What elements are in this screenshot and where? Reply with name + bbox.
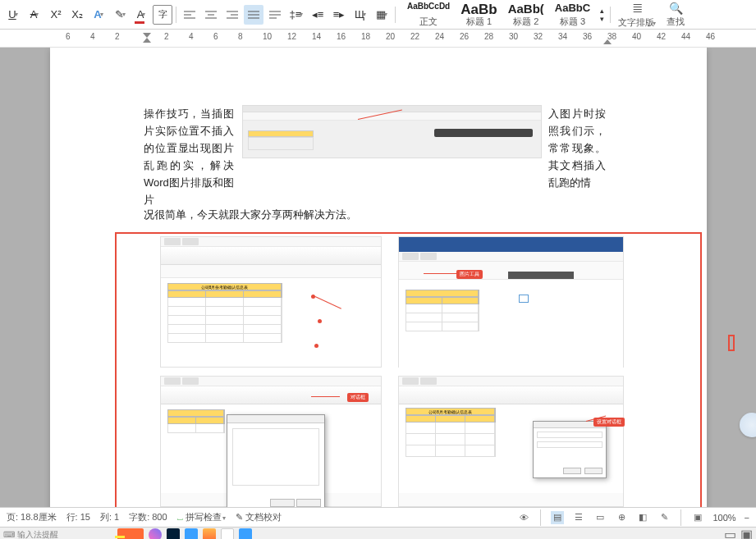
- view-outline-icon[interactable]: ☰: [572, 511, 585, 524]
- ruler-tick: 8: [238, 32, 243, 41]
- svg-marker-15: [143, 33, 151, 38]
- style-h1[interactable]: AaBb标题 1: [456, 2, 502, 28]
- taskbar-app-6[interactable]: [221, 528, 234, 540]
- indent-dec-icon: ◂≡: [312, 8, 324, 21]
- border-button[interactable]: ▦▾: [372, 5, 392, 25]
- strikethrough-button[interactable]: A▾: [25, 5, 44, 25]
- styles-gallery: AaBbCcDd正文 AaBb标题 1 AaBb(标题 2 AaBbC标题 3 …: [402, 0, 690, 29]
- body-text-right[interactable]: 入图片时按照我们示，常常现象。其文档插入乱跑的情: [548, 105, 606, 191]
- screenshot-thumb-3[interactable]: 对话框: [160, 376, 382, 507]
- view-print-icon[interactable]: ◧: [636, 511, 649, 524]
- screenshot-thumb-1[interactable]: 公司8月份考勤确认信息表: [160, 236, 382, 368]
- ruler-indent-marker[interactable]: [143, 30, 151, 38]
- status-words[interactable]: 字数: 800: [129, 511, 167, 523]
- ruler-tick: 4: [90, 32, 95, 41]
- ruler-tick: 44: [681, 32, 690, 41]
- status-col: 列: 1: [100, 511, 119, 523]
- status-bar: 页: 18.8厘米 行: 15 列: 1 字数: 800 ⎵ 拼写检查 ▾ ✎ …: [0, 507, 756, 527]
- taskbar-app-3[interactable]: [167, 528, 180, 540]
- align-justify-button[interactable]: [244, 5, 263, 25]
- taskbar-app-4[interactable]: [185, 528, 198, 540]
- taskbar-app-7[interactable]: [239, 528, 252, 540]
- indent-inc-icon: ≡▸: [333, 8, 346, 21]
- indent-decrease-button[interactable]: ◂≡: [308, 5, 328, 25]
- text-layout-button[interactable]: ≣文字排版▾: [613, 0, 661, 29]
- zoom-fit-icon[interactable]: ▣: [691, 511, 704, 524]
- ruler-tick: 12: [287, 32, 296, 41]
- superscript-button[interactable]: X²: [46, 5, 66, 25]
- font-effect-button[interactable]: A▾: [89, 5, 108, 25]
- underline-button[interactable]: U▾: [3, 5, 23, 25]
- tray-icon-2[interactable]: ▣: [740, 528, 753, 540]
- screenshot-thumb-2[interactable]: 图片工具: [398, 236, 624, 368]
- ruler-tick: 28: [484, 32, 493, 41]
- style-h2[interactable]: AaBb(标题 2: [503, 2, 549, 28]
- find-icon: 🔍: [669, 2, 683, 15]
- view-web-icon[interactable]: ⊕: [615, 511, 628, 524]
- ruler-tick: 6: [66, 32, 71, 41]
- ruler-tick: 22: [410, 32, 419, 41]
- align-center-button[interactable]: [201, 5, 221, 25]
- char-border-button[interactable]: 字: [153, 5, 172, 25]
- embedded-image-top[interactable]: [242, 105, 542, 158]
- taskbar-app-5[interactable]: [203, 528, 216, 540]
- proof-icon: ✎: [236, 512, 243, 522]
- ruler-tick: 6: [213, 32, 218, 41]
- mini-table-title: 公司8月份考勤确认信息表: [167, 283, 282, 290]
- status-page: 页: 18.8厘米: [7, 511, 57, 523]
- ruler-tick: 30: [509, 32, 518, 41]
- ruler-right-marker[interactable]: [603, 38, 612, 46]
- text-layout-icon: ≣: [632, 0, 643, 16]
- view-edit-icon[interactable]: ✎: [657, 511, 671, 524]
- ruler-tick: 40: [632, 32, 641, 41]
- ruler-tick: 36: [583, 32, 592, 41]
- doc-proof-button[interactable]: ✎ 文档校对: [236, 511, 282, 523]
- body-text-bottom[interactable]: 况很简单，今天就跟大家分享两种解决方法。: [144, 208, 357, 222]
- ruler-tick: 14: [312, 32, 321, 41]
- input-method-icon[interactable]: ⌨ 输入法提醒: [3, 528, 58, 540]
- view-page-icon[interactable]: ▤: [551, 511, 564, 524]
- ruler-tick: 32: [534, 32, 543, 41]
- ruler-tick: 2: [164, 32, 169, 41]
- ruler-tick: 46: [706, 32, 715, 41]
- mini-dialog-1: [227, 414, 325, 507]
- highlight-button[interactable]: ✎▾: [110, 5, 130, 25]
- cursor-marker: [728, 335, 735, 351]
- styles-more-button[interactable]: ▴▾: [596, 5, 607, 25]
- ruler-tick: 24: [435, 32, 444, 41]
- assistant-bubble[interactable]: [740, 413, 756, 437]
- tray-icon-1[interactable]: ▭: [723, 528, 736, 540]
- subscript-button[interactable]: X₂: [67, 5, 87, 25]
- svg-marker-16: [143, 38, 151, 43]
- ruler-tick: 2: [115, 32, 120, 41]
- ruler-tick: 4: [189, 32, 194, 41]
- ruler-tick: 26: [460, 32, 469, 41]
- find-replace-button[interactable]: 🔍查找: [662, 2, 690, 28]
- view-eye-icon[interactable]: 👁: [517, 511, 530, 524]
- style-normal[interactable]: AaBbCcDd正文: [402, 2, 455, 28]
- ruler-tick: 16: [337, 32, 346, 41]
- distribute-button[interactable]: [265, 5, 285, 25]
- align-right-button[interactable]: [222, 5, 242, 25]
- screenshot-thumb-4[interactable]: 公司8月考勤确认信息表 设置对话框: [398, 376, 624, 507]
- spell-icon: ⎵: [177, 512, 183, 522]
- zoom-level[interactable]: 100%: [712, 513, 735, 523]
- horizontal-ruler[interactable]: 6422468101214161820222426283032343638404…: [0, 30, 756, 48]
- style-h3[interactable]: AaBbC标题 3: [550, 2, 595, 28]
- line-spacing-button[interactable]: ‡≡▾: [286, 5, 306, 25]
- body-text-left[interactable]: 操作技巧，当插图片实际位置不插入的位置显出现图片乱跑的实，解决 Word图片排版…: [144, 105, 234, 208]
- mini-dialog-2: [533, 421, 607, 478]
- indent-increase-button[interactable]: ≡▸: [329, 5, 349, 25]
- ruler-tick: 42: [657, 32, 666, 41]
- spell-check-button[interactable]: ⎵ 拼写检查 ▾: [177, 511, 226, 523]
- font-color-button[interactable]: A▾: [131, 5, 151, 25]
- align-left-button[interactable]: [180, 5, 199, 25]
- view-read-icon[interactable]: ▭: [593, 511, 607, 524]
- taskbar-app-2[interactable]: [149, 528, 162, 540]
- formatting-toolbar: U▾ A▾ X² X₂ A▾ ✎▾ A▾ 字 ‡≡▾ ◂≡ ≡▸ Щ▾ ▦▾ A…: [0, 0, 756, 30]
- ruler-tick: 18: [361, 32, 370, 41]
- taskbar: ⌨ 输入法提醒 ▭ ▣: [0, 527, 756, 539]
- text-direction-button[interactable]: Щ▾: [351, 5, 370, 25]
- zoom-out-button[interactable]: −: [745, 513, 749, 523]
- status-line: 行: 15: [66, 511, 90, 523]
